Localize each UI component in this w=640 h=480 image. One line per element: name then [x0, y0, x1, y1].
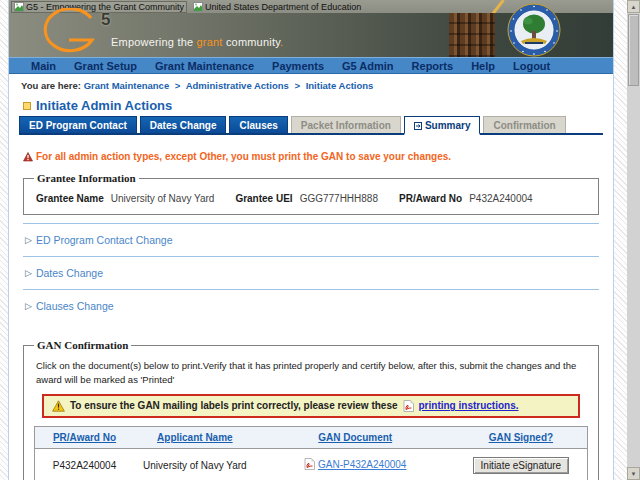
scrollbar-thumb[interactable]	[628, 14, 639, 86]
grantee-uei-value: GGG777HHH888	[300, 193, 378, 204]
cell-award: P432A240004	[35, 448, 135, 480]
section-ed-program-contact-change[interactable]: ▷ ED Program Contact Change	[9, 224, 613, 256]
table-header-row: PR/Award No Applicant Name GAN Document …	[35, 426, 588, 448]
g5-logo-icon	[29, 8, 99, 54]
vertical-scrollbar[interactable]: ▲ ▼	[627, 0, 640, 480]
gan-confirmation-legend: GAN Confirmation	[34, 339, 131, 351]
expand-arrow-icon: ▷	[25, 301, 32, 311]
cell-signed: Initiate eSignature	[455, 448, 588, 480]
printing-notice-text: To ensure the GAN mailing labels print c…	[70, 400, 398, 411]
warning-text: For all admin action types, except Other…	[36, 151, 451, 162]
page-title-row: Initiate Admin Actions	[23, 98, 613, 113]
section-label: Clauses Change	[36, 300, 114, 312]
pdf-icon	[403, 400, 414, 412]
section-label: Dates Change	[36, 267, 103, 279]
collapse-box-icon	[23, 102, 31, 110]
initiate-esignature-button[interactable]: Initiate eSignature	[473, 457, 570, 474]
printing-instructions-link[interactable]: printing instructions.	[419, 400, 519, 411]
nav-grant-setup[interactable]: Grant Setup	[74, 60, 137, 72]
gan-document-link-text: GAN-P432A240004	[318, 459, 406, 470]
banner-tagline: Empowering the grant community.	[111, 36, 283, 48]
alt-title-ed: United States Department of Education	[193, 2, 361, 12]
current-tab-icon	[414, 122, 422, 130]
nav-main[interactable]: Main	[31, 60, 56, 72]
ed-department-seal-icon	[507, 3, 561, 57]
grantee-information-fieldset: Grantee Information Grantee Name Univers…	[23, 172, 599, 215]
breadcrumb-initiate-actions[interactable]: Initiate Actions	[306, 80, 374, 91]
pdf-icon	[304, 458, 315, 470]
nav-g5-admin[interactable]: G5 Admin	[342, 60, 394, 72]
section-clauses-change[interactable]: ▷ Clauses Change	[9, 290, 613, 322]
cell-applicant: University of Navy Yard	[134, 448, 256, 480]
tab-packet-information: Packet Information	[291, 116, 401, 133]
grantee-name-value: University of Navy Yard	[111, 193, 215, 204]
cell-document: GAN-P432A240004	[256, 448, 455, 480]
gan-print-warning: For all admin action types, except Other…	[23, 151, 613, 162]
grantee-name-label: Grantee Name	[36, 193, 104, 204]
tab-clauses[interactable]: Clauses	[229, 116, 287, 133]
main-navigation: Main Grant Setup Grant Maintenance Payme…	[9, 57, 613, 74]
pr-award-no-label: PR/Award No	[399, 193, 462, 204]
table-row: P432A240004 University of Navy Yard GAN-…	[35, 448, 588, 480]
nav-reports[interactable]: Reports	[412, 60, 454, 72]
main-window: G5 - Empowering the Grant Community Unit…	[8, 0, 614, 480]
broken-image-icon	[14, 2, 24, 12]
page-title: Initiate Admin Actions	[36, 98, 172, 113]
tab-summary-label: Summary	[425, 120, 471, 131]
gan-documents-table: PR/Award No Applicant Name GAN Document …	[34, 426, 588, 480]
nav-logout[interactable]: Logout	[513, 60, 550, 72]
expand-arrow-icon: ▷	[25, 268, 32, 278]
scroll-up-button[interactable]: ▲	[627, 0, 640, 13]
tab-confirmation: Confirmation	[483, 116, 565, 133]
gan-document-link[interactable]: GAN-P432A240004	[304, 458, 406, 470]
broken-image-icon	[193, 2, 203, 12]
grantee-information-legend: Grantee Information	[34, 172, 139, 184]
alert-icon	[23, 152, 33, 162]
scroll-down-button[interactable]: ▼	[627, 467, 640, 480]
tab-dates-change[interactable]: Dates Change	[140, 116, 227, 133]
header-pr-award-no[interactable]: PR/Award No	[35, 426, 135, 448]
bookshelf-photo	[449, 13, 495, 57]
breadcrumb-prefix: You are here:	[21, 80, 81, 91]
printing-notice-box: To ensure the GAN mailing labels print c…	[42, 394, 580, 418]
tab-ed-program-contact[interactable]: ED Program Contact	[19, 116, 137, 133]
pr-award-no-value: P432A240004	[469, 193, 532, 204]
breadcrumb-administrative-actions[interactable]: Administrative Actions	[186, 80, 289, 91]
expand-arrow-icon: ▷	[25, 235, 32, 245]
breadcrumb: You are here: Grant Maintenance > Admini…	[9, 74, 613, 96]
grantee-uei-label: Grantee UEI	[235, 193, 292, 204]
header-applicant-name[interactable]: Applicant Name	[134, 426, 256, 448]
gan-confirmation-fieldset: GAN Confirmation Click on the document(s…	[23, 339, 599, 480]
nav-help[interactable]: Help	[471, 60, 495, 72]
section-label: ED Program Contact Change	[36, 234, 173, 246]
nav-grant-maintenance[interactable]: Grant Maintenance	[155, 60, 254, 72]
header-gan-document[interactable]: GAN Document	[256, 426, 455, 448]
gan-instructions: Click on the document(s) below to print.…	[34, 357, 588, 387]
tab-summary[interactable]: Summary	[404, 116, 481, 135]
breadcrumb-separator: >	[175, 80, 181, 91]
alt-title-ed-text: United States Department of Education	[205, 2, 361, 12]
nav-payments[interactable]: Payments	[272, 60, 324, 72]
g5-logo-number: 5	[101, 10, 110, 30]
header-gan-signed[interactable]: GAN Signed?	[455, 426, 588, 448]
breadcrumb-grant-maintenance[interactable]: Grant Maintenance	[84, 80, 170, 91]
section-dates-change[interactable]: ▷ Dates Change	[9, 257, 613, 289]
grantee-info-row: Grantee Name University of Navy Yard Gra…	[34, 190, 588, 205]
tab-strip: ED Program Contact Dates Change Clauses …	[19, 116, 603, 135]
g5-banner: G5 - Empowering the Grant Community Unit…	[9, 0, 613, 57]
breadcrumb-separator: >	[294, 80, 300, 91]
warning-triangle-icon	[52, 400, 65, 412]
